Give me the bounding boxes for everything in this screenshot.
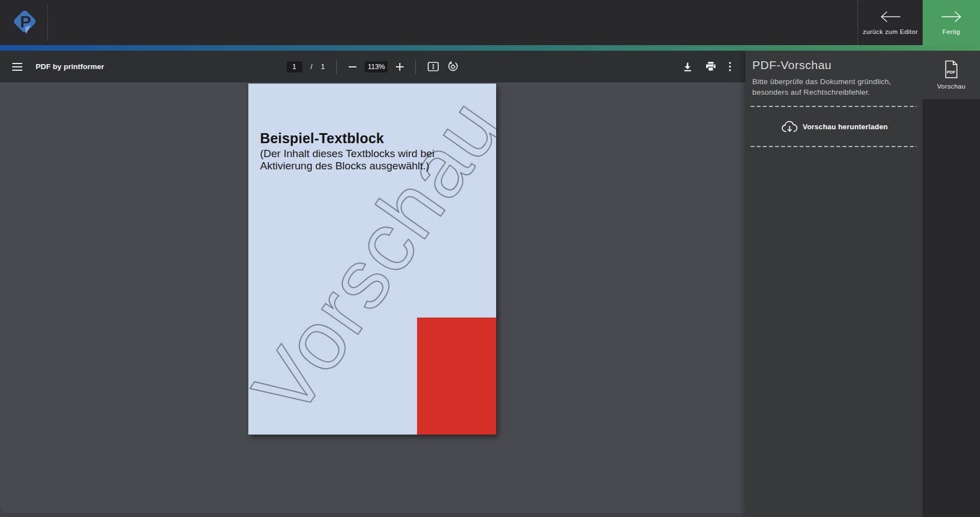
printformer-pdf-preview-screen: { "topbar": { "back_label": "zurück zum … (0, 0, 980, 517)
done-label: Fertig (943, 28, 961, 35)
pdf-viewer-toolbar: PDF by printformer 1 / 1 113% (0, 51, 746, 82)
zoom-in-icon[interactable] (396, 63, 404, 71)
menu-hamburger-icon[interactable] (12, 63, 22, 71)
done-button[interactable]: Fertig (923, 0, 980, 45)
page-total: 1 (321, 62, 325, 71)
fit-to-page-icon[interactable] (428, 62, 439, 71)
tab-vorschau-label: Vorschau (937, 83, 966, 90)
download-preview-button[interactable]: Vorschau herunterladen (746, 107, 923, 146)
print-icon[interactable] (705, 62, 716, 71)
arrow-left-icon (879, 10, 901, 23)
sidebar-subtitle: Bitte überprüfe das Dokument gründlich, … (752, 76, 919, 97)
dashed-divider (751, 106, 917, 107)
back-to-editor-label: zurück zum Editor (863, 28, 918, 35)
page-number-input[interactable]: 1 (287, 61, 302, 72)
pdf-toolbar-title: PDF by printformer (36, 62, 104, 71)
red-image-block (417, 318, 496, 435)
document-heading: Beispiel-Textblock (260, 130, 384, 147)
toolbar-separator (336, 60, 337, 74)
document-body-line2: Aktivierung des Blocks ausgewählt.) (260, 160, 434, 172)
cloud-download-icon (781, 119, 799, 134)
arrow-right-icon (940, 10, 963, 23)
pdf-preview-sidebar: PDF-Vorschau Bitte überprüfe das Dokumen… (746, 51, 923, 517)
download-preview-label: Vorschau herunterladen (803, 123, 888, 131)
dashed-divider (751, 146, 917, 147)
printformer-logo-icon: P (9, 6, 40, 38)
zoom-out-icon[interactable] (349, 63, 356, 71)
toolbar-separator (415, 60, 416, 74)
more-options-kebab-icon[interactable] (729, 62, 731, 71)
rotate-counterclockwise-icon[interactable] (447, 61, 459, 72)
top-bar: P zurück zum Editor Fertig (0, 0, 980, 45)
zoom-level-value[interactable]: 113% (365, 61, 388, 72)
right-tab-strip: PDF Vorschau (923, 51, 980, 517)
tab-vorschau[interactable]: PDF Vorschau (923, 51, 980, 99)
pdf-icon-text: PDF (947, 70, 955, 75)
document-body-text: (Der Inhalt dieses Textblocks wird bei A… (260, 148, 434, 172)
page-separator: / (311, 62, 313, 71)
download-icon[interactable] (683, 62, 693, 72)
pdf-file-icon: PDF (944, 60, 959, 79)
back-to-editor-button[interactable]: zurück zum Editor (857, 0, 923, 45)
document-body-line1: (Der Inhalt dieses Textblocks wird bei (260, 148, 434, 160)
svg-text:P: P (20, 12, 31, 31)
pdf-page: Vorschau Beispiel-Textblock (Der Inhalt … (248, 84, 496, 435)
brand-gradient-bar (0, 45, 980, 51)
topbar-divider (47, 4, 48, 41)
sidebar-title: PDF-Vorschau (752, 58, 923, 72)
